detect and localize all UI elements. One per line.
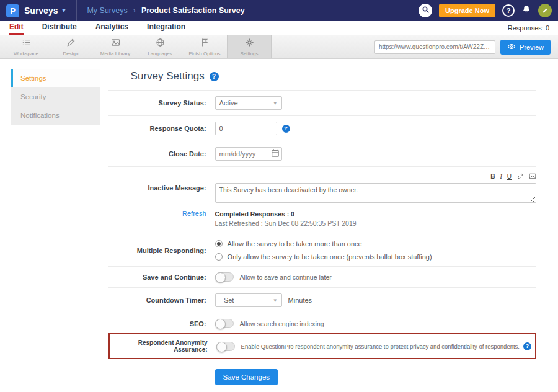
survey-status-label: Survey Status: [108,99,215,107]
row-seo: SEO: Allow search engine indexing [108,313,536,334]
breadcrumb-parent[interactable]: My Surveys [87,6,127,15]
product-label: Surveys [24,6,58,16]
settings-sidebar: Settings Security Notifications [11,69,100,125]
radio-option-label: Only allow the survey to be taken once (… [228,253,432,261]
questionpro-logo[interactable]: P [6,4,19,17]
survey-status-select[interactable]: Active ▼ [215,96,282,110]
breadcrumb: My Surveys › Product Satisfaction Survey [87,6,244,15]
media-library-icon [110,37,121,50]
toolbar-item-languages[interactable]: Languages [138,35,182,58]
workspace-icon [21,37,32,50]
survey-status-value: Active [219,99,238,107]
radio-option-label: Allow the survey to be taken more than o… [228,240,362,247]
inactive-message-textarea[interactable]: This Survey has been deactivated by the … [215,183,536,203]
seo-toggle[interactable] [215,319,234,328]
refresh-info: Completed Responses : 0 Last Refreshed :… [215,210,356,228]
responses-count: Responses: 0 [508,24,549,35]
toolbar-item-workspace[interactable]: Workspace [4,35,48,58]
inactive-message-editor: B I U This Survey has been deactivated b… [215,172,536,203]
toolbar-item-media-library[interactable]: Media Library [93,35,138,58]
settings-icon [244,37,255,50]
bold-button[interactable]: B [490,174,495,180]
help-icon-survey-settings[interactable]: ? [210,72,219,81]
row-respondent-anonymity: Respondent Anonymity Assurance: Enable Q… [108,333,536,359]
finish-options-icon [200,37,210,50]
anonymity-text: Enable QuestionPro respondent anonymity … [241,343,520,350]
upgrade-now-button[interactable]: Upgrade Now [439,4,495,17]
multiple-responding-options: Allow the survey to be taken more than o… [215,240,432,261]
sidebar-item-settings[interactable]: Settings [11,69,100,87]
radio-button[interactable] [215,240,223,247]
underline-button[interactable]: U [507,174,512,180]
tab-distribute[interactable]: Distribute [42,20,78,35]
editor-toolbar: B I U [490,172,536,183]
topbar-actions: Upgrade Now ? [418,4,552,17]
edit-nav-bar: Edit Distribute Analytics Integration Re… [0,21,558,35]
image-icon[interactable] [529,172,536,181]
product-menu[interactable]: Surveys ▼ [24,6,66,16]
preview-button[interactable]: Preview [500,40,551,55]
toolbar-label: Finish Options [188,51,220,56]
toolbar-label: Languages [148,51,172,56]
save-and-continue-text: Allow to save and continue later [240,274,332,281]
survey-settings-panel: Survey Settings ? Survey Status: Active … [108,64,536,392]
completed-responses-text: Completed Responses : 0 [215,210,356,219]
search-icon [422,5,430,16]
sidebar-item-security[interactable]: Security [11,87,100,106]
row-save: Save Changes [108,359,536,392]
seo-label: SEO: [108,320,215,327]
notifications-bell-icon[interactable] [521,4,531,17]
italic-button[interactable]: I [500,174,502,180]
countdown-timer-select[interactable]: --Set-- ▼ [215,293,282,307]
tab-integration[interactable]: Integration [146,20,186,35]
toolbar-item-settings[interactable]: Settings [227,35,272,58]
save-and-continue-toggle[interactable] [215,272,234,282]
pencil-icon [542,5,549,16]
chevron-down-icon: ▼ [273,100,278,106]
eye-icon [507,42,516,52]
refresh-link[interactable]: Refresh [108,210,215,217]
toolbar-item-design[interactable]: Design [48,35,93,58]
row-close-date: Close Date: [108,141,536,166]
radio-button[interactable] [215,253,223,261]
calendar-icon[interactable] [271,149,280,160]
nav-tabs: Edit Distribute Analytics Integration [9,20,186,35]
search-button[interactable] [418,4,432,17]
toolbar-label: Workspace [14,51,38,56]
radio-option-once-only[interactable]: Only allow the survey to be taken once (… [215,253,432,261]
survey-toolbar: Workspace Design Media Library Languages… [0,35,558,59]
close-date-field [215,147,282,161]
survey-url-input[interactable] [374,40,495,54]
toolbar-item-finish-options[interactable]: Finish Options [182,35,227,58]
row-save-and-continue: Save and Continue: Allow to save and con… [108,266,536,287]
top-bar: P Surveys ▼ My Surveys › Product Satisfa… [0,0,558,21]
row-multiple-responding: Multiple Responding: Allow the survey to… [108,234,536,266]
response-quota-input[interactable] [215,122,277,135]
tab-analytics[interactable]: Analytics [95,20,129,35]
row-survey-status: Survey Status: Active ▼ [108,90,536,115]
anonymity-toggle[interactable] [216,342,235,351]
toolbar-right: Preview [374,35,558,58]
last-refreshed-text: Last Refreshed : Sun Dec 08 22:50:35 PST… [215,219,356,228]
page-title: Survey Settings [131,70,205,82]
help-button[interactable]: ? [502,4,515,17]
response-quota-label: Response Quota: [108,125,215,132]
radio-option-multiple-allowed[interactable]: Allow the survey to be taken more than o… [215,240,432,247]
breadcrumb-current: Product Satisfaction Survey [141,6,245,15]
close-date-label: Close Date: [108,150,215,158]
tab-edit[interactable]: Edit [9,20,24,35]
save-changes-button[interactable]: Save Changes [215,369,278,385]
seo-text: Allow search engine indexing [240,320,324,327]
user-avatar[interactable] [538,4,552,17]
row-response-quota: Response Quota: ? [108,115,536,141]
sidebar-item-notifications[interactable]: Notifications [11,106,100,125]
help-icon-response-quota[interactable]: ? [282,125,290,133]
anonymity-label: Respondent Anonymity Assurance: [110,339,216,353]
row-refresh: Refresh Completed Responses : 0 Last Ref… [108,208,536,234]
help-icon-anonymity[interactable]: ? [523,342,531,350]
row-inactive-message: Inactive Message: B I U This Survey has … [108,166,536,208]
link-icon[interactable] [516,172,524,181]
save-and-continue-label: Save and Continue: [108,274,215,281]
multiple-responding-label: Multiple Responding: [108,247,215,254]
toolbar-label: Media Library [100,51,130,56]
